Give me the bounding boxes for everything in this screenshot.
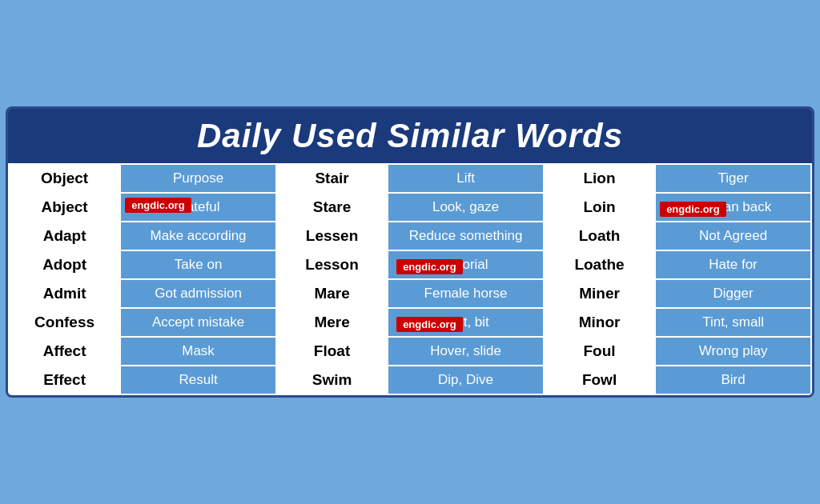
watermark-badge: engdic.org (660, 202, 726, 217)
definition-cell: Hate for (655, 250, 811, 279)
definition-cell: Purpose (120, 164, 276, 193)
table-row: AbjectHatefulengdic.orgStareLook, gazeLo… (9, 193, 811, 222)
word-cell: Mere (276, 308, 388, 337)
word-cell: Loin (544, 193, 655, 222)
word-cell: Object (9, 164, 120, 193)
main-container: Daily Used Similar Words ObjectPurposeSt… (6, 106, 814, 398)
definition-cell: Dip, Dive (388, 366, 544, 394)
table-row: AdoptTake onLessonTutorialengdic.orgLoat… (9, 250, 811, 279)
table-row: AdaptMake accordingLessenReduce somethin… (9, 222, 811, 250)
word-cell: Effect (9, 366, 120, 394)
word-cell: Admit (9, 279, 120, 308)
definition-cell: Tint, small (655, 308, 811, 337)
definition-cell: Lift (388, 164, 544, 193)
watermark-badge: engdic.org (125, 198, 191, 213)
definition-cell: Digger (655, 279, 811, 308)
definition-cell: Wrong play (655, 337, 811, 366)
word-cell: Swim (276, 366, 388, 394)
word-cell: Loath (544, 222, 655, 250)
definition-cell: Reduce something (388, 222, 544, 250)
page-header: Daily Used Similar Words (8, 109, 812, 163)
word-cell: Stair (276, 164, 388, 193)
word-cell: Loathe (544, 250, 655, 279)
definition-cell: Not Agreed (655, 222, 811, 250)
definition-cell: Mask (120, 337, 276, 366)
page-title: Daily Used Similar Words (8, 117, 812, 155)
word-cell: Lesson (276, 250, 388, 279)
word-cell: Miner (544, 279, 655, 308)
definition-cell: Just, bitengdic.org (388, 308, 544, 337)
word-cell: Lessen (276, 222, 388, 250)
word-cell: Foul (544, 337, 655, 366)
word-cell: Confess (9, 308, 120, 337)
word-table: ObjectPurposeStairLiftLionTigerAbjectHat… (8, 163, 812, 395)
word-cell: Minor (544, 308, 655, 337)
table-row: EffectResultSwimDip, DiveFowlBird (9, 366, 811, 394)
definition-cell: Take on (120, 250, 276, 279)
definition-cell: Make according (120, 222, 276, 250)
definition-cell: Result (120, 366, 276, 394)
word-cell: Mare (276, 279, 388, 308)
definition-cell: Look, gaze (388, 193, 544, 222)
word-cell: Adopt (9, 250, 120, 279)
word-cell: Adapt (9, 222, 120, 250)
table-row: ConfessAccept mistakeMereJust, bitengdic… (9, 308, 811, 337)
definition-cell: Tutorialengdic.org (388, 250, 544, 279)
watermark-badge: engdic.org (396, 317, 462, 332)
definition-cell: Accept mistake (120, 308, 276, 337)
watermark-badge: engdic.org (396, 259, 462, 274)
definition-cell: Bird (655, 366, 811, 394)
definition-cell: Tiger (655, 164, 811, 193)
definition-cell: Hatefulengdic.org (120, 193, 276, 222)
definition-cell: Female horse (388, 279, 544, 308)
word-cell: Fowl (544, 366, 655, 394)
word-cell: Lion (544, 164, 655, 193)
word-cell: Affect (9, 337, 120, 366)
table-row: AdmitGot admissionMareFemale horseMinerD… (9, 279, 811, 308)
word-cell: Stare (276, 193, 388, 222)
definition-cell: Human backengdic.org (655, 193, 811, 222)
word-cell: Float (276, 337, 388, 366)
table-row: AffectMaskFloatHover, slideFoulWrong pla… (9, 337, 811, 366)
definition-cell: Got admission (120, 279, 276, 308)
word-cell: Abject (9, 193, 120, 222)
definition-cell: Hover, slide (388, 337, 544, 366)
table-row: ObjectPurposeStairLiftLionTiger (9, 164, 811, 193)
